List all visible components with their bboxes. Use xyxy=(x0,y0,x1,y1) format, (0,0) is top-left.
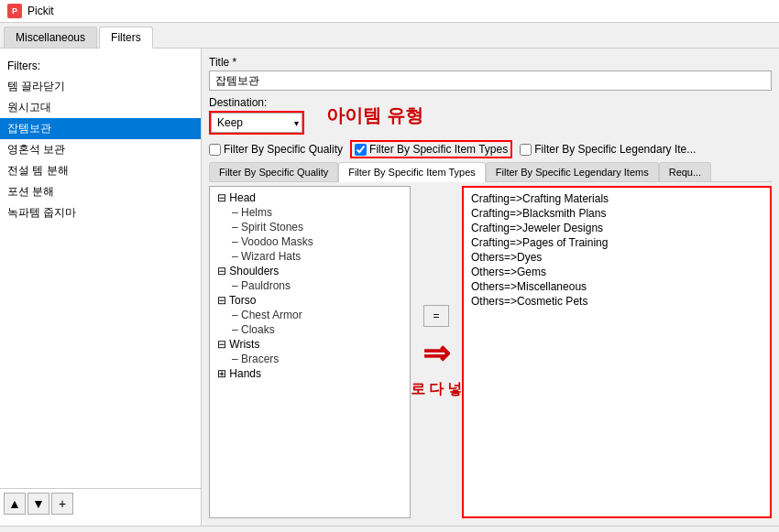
selected-items-list[interactable]: Crafting=>Crafting Materials Crafting=>B… xyxy=(462,186,772,518)
list-item-2[interactable]: Crafting=>Jeweler Designs xyxy=(467,221,766,235)
sidebar-item-3[interactable]: 영혼석 보관 xyxy=(0,139,201,160)
checkbox-quality-input[interactable] xyxy=(209,144,221,156)
destination-select-wrapper: Keep Sell Ignore ▾ xyxy=(209,111,304,135)
tree-item-head[interactable]: ⊟ Head xyxy=(214,190,406,205)
sidebar-down-button[interactable]: ▼ xyxy=(27,493,49,515)
list-item-7[interactable]: Others=>Cosmetic Pets xyxy=(467,294,766,309)
tree-item-bracers[interactable]: – Bracers xyxy=(214,352,406,366)
tree-item-pauldrons[interactable]: – Pauldrons xyxy=(214,278,406,293)
destination-row: Destination: Keep Sell Ignore ▾ 아이템 유형 xyxy=(209,96,772,135)
tree-item-voodoo-masks[interactable]: – Voodoo Masks xyxy=(214,234,406,249)
right-panel: Title * Destination: Keep Sell Ignore ▾ xyxy=(202,49,779,526)
checkbox-quality: Filter By Specific Quality xyxy=(209,143,343,156)
checkboxes-row: Filter By Specific Quality Filter By Spe… xyxy=(209,140,772,158)
sidebar-item-4[interactable]: 전설 템 분해 xyxy=(0,160,201,181)
tree-panel[interactable]: ⊟ Head – Helms – Spirit Stones – Voodoo … xyxy=(209,186,411,518)
app-icon: P xyxy=(7,4,22,18)
sidebar: Filters: 템 끌라닫기 원시고대 잡템보관 영혼석 보관 전설 템 분해… xyxy=(0,49,202,526)
inner-tab-bar: Filter By Specific Quality Filter By Spe… xyxy=(209,162,772,182)
korean-annotation: 아이템 유형 xyxy=(326,103,423,128)
checkbox-item-types: Filter By Specific Item Types xyxy=(350,140,512,158)
tab-miscellaneous[interactable]: Miscellaneous xyxy=(4,27,97,48)
tree-item-torso[interactable]: ⊟ Torso xyxy=(214,293,406,308)
checkbox-legendary: Filter By Specific Legendary Ite... xyxy=(520,143,696,156)
list-item-6[interactable]: Others=>Miscellaneous xyxy=(467,279,766,294)
inner-tab-quality[interactable]: Filter By Specific Quality xyxy=(209,162,338,181)
inner-tab-requirements[interactable]: Requ... xyxy=(659,162,711,181)
tree-item-wrists[interactable]: ⊟ Wrists xyxy=(214,337,406,352)
arrow-right-icon: ⇒ xyxy=(422,334,450,373)
destination-select[interactable]: Keep Sell Ignore xyxy=(211,113,302,133)
sidebar-up-button[interactable]: ▲ xyxy=(4,493,26,515)
sidebar-item-2[interactable]: 잡템보관 xyxy=(0,118,201,139)
tab-filters[interactable]: Filters xyxy=(99,27,153,49)
inner-tab-legendary[interactable]: Filter By Specific Legendary Items xyxy=(486,162,659,181)
tree-item-chest-armor[interactable]: – Chest Armor xyxy=(214,308,406,322)
tree-item-helms[interactable]: – Helms xyxy=(214,205,406,220)
inner-tab-item-types[interactable]: Filter By Specific Item Types xyxy=(338,162,486,182)
filter-content: ⊟ Head – Helms – Spirit Stones – Voodoo … xyxy=(209,186,772,518)
add-to-list-button[interactable]: = xyxy=(423,305,449,327)
tree-item-shoulders[interactable]: ⊟ Shoulders xyxy=(214,264,406,278)
checkbox-legendary-input[interactable] xyxy=(520,144,532,156)
list-item-1[interactable]: Crafting=>Blacksmith Plans xyxy=(467,206,766,221)
title-label: Title * xyxy=(209,56,772,69)
sidebar-add-button[interactable]: + xyxy=(51,493,73,515)
checkbox-legendary-label: Filter By Specific Legendary Ite... xyxy=(534,143,696,156)
title-bar: P Pickit xyxy=(0,0,779,23)
sidebar-controls: ▲ ▼ + xyxy=(0,488,201,518)
middle-controls: = ⇒ 아래로 다 넣으셈 xyxy=(418,186,455,518)
destination-group: Destination: Keep Sell Ignore ▾ xyxy=(209,96,304,135)
checkbox-item-types-label: Filter By Specific Item Types xyxy=(369,143,508,156)
main-content: Filters: 템 끌라닫기 원시고대 잡템보관 영혼석 보관 전설 템 분해… xyxy=(0,49,779,526)
title-field-row: Title * xyxy=(209,56,772,91)
tree-item-cloaks[interactable]: – Cloaks xyxy=(214,322,406,337)
checkbox-quality-label: Filter By Specific Quality xyxy=(224,143,343,156)
list-item-0[interactable]: Crafting=>Crafting Materials xyxy=(467,191,766,206)
bottom-bar: ▲ ▼ + Don't Pick items From Ground xyxy=(0,526,779,532)
title-input[interactable] xyxy=(209,71,772,91)
sidebar-item-0[interactable]: 템 끌라닫기 xyxy=(0,76,201,97)
app-title: Pickit xyxy=(27,5,54,17)
list-item-3[interactable]: Crafting=>Pages of Training xyxy=(467,235,766,250)
sidebar-item-6[interactable]: 녹파템 줍지마 xyxy=(0,202,201,223)
tree-item-hands[interactable]: ⊞ Hands xyxy=(214,366,406,381)
list-item-5[interactable]: Others=>Gems xyxy=(467,265,766,279)
sidebar-item-5[interactable]: 포션 분해 xyxy=(0,181,201,202)
tree-item-wizard-hats[interactable]: – Wizard Hats xyxy=(214,249,406,264)
sidebar-label: Filters: xyxy=(0,56,201,76)
main-tab-bar: Miscellaneous Filters xyxy=(0,23,779,49)
select-wrapper: Keep Sell Ignore ▾ xyxy=(211,113,302,133)
destination-label: Destination: xyxy=(209,96,304,109)
checkbox-item-types-input[interactable] xyxy=(355,144,367,156)
tree-item-spirit-stones[interactable]: – Spirit Stones xyxy=(214,220,406,234)
list-item-4[interactable]: Others=>Dyes xyxy=(467,250,766,265)
sidebar-item-1[interactable]: 원시고대 xyxy=(0,97,201,118)
